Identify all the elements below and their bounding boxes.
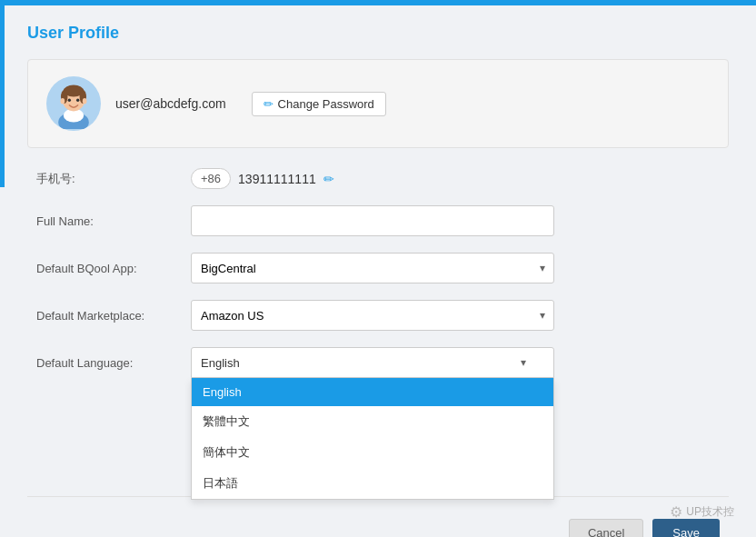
- profile-card: user@abcdefg.com ✏ Change Password: [27, 59, 729, 148]
- watermark-text: UP技术控: [686, 504, 734, 520]
- phone-row: 手机号: +86 13911111111 ✏: [36, 168, 720, 189]
- phone-edit-icon[interactable]: ✏: [323, 172, 334, 186]
- change-password-button[interactable]: ✏ Change Password: [252, 92, 386, 116]
- default-marketplace-row: Default Marketplace: Amazon US ▾: [36, 300, 720, 331]
- change-password-label: Change Password: [278, 97, 374, 111]
- watermark: ⚙ UP技术控: [670, 503, 734, 521]
- default-language-label: Default Language:: [36, 356, 191, 370]
- phone-field-group: +86 13911111111 ✏: [191, 168, 334, 189]
- default-marketplace-label: Default Marketplace:: [36, 309, 191, 323]
- default-app-label: Default BQool App:: [36, 262, 191, 275]
- full-name-input[interactable]: [191, 205, 554, 236]
- save-button[interactable]: Save: [652, 519, 720, 537]
- default-app-row: Default BQool App: BigCentral ▾: [36, 253, 720, 283]
- language-dropdown-list: English 繁體中文 簡体中文 日本語: [191, 378, 554, 500]
- default-app-select-wrapper: BigCentral ▾: [191, 253, 554, 283]
- language-option-traditional-chinese[interactable]: 繁體中文: [192, 406, 553, 437]
- phone-label: 手机号:: [36, 171, 191, 187]
- language-option-simplified-chinese[interactable]: 簡体中文: [192, 437, 553, 468]
- svg-point-9: [61, 98, 65, 104]
- phone-country-code: +86: [191, 168, 231, 189]
- phone-number: 13911111111: [238, 172, 316, 186]
- left-accent: [0, 5, 5, 187]
- default-marketplace-select[interactable]: Amazon US: [191, 300, 554, 331]
- default-app-select[interactable]: BigCentral: [191, 253, 554, 283]
- page-title: User Profile: [27, 24, 729, 43]
- language-option-japanese[interactable]: 日本語: [192, 468, 553, 499]
- form-actions: Cancel Save: [27, 519, 729, 537]
- pencil-icon: ✏: [264, 97, 274, 111]
- default-language-row: Default Language: English ▾ English 繁體中文…: [36, 347, 720, 378]
- svg-point-10: [83, 98, 87, 104]
- watermark-icon: ⚙: [670, 503, 682, 521]
- form-section: 手机号: +86 13911111111 ✏ Full Name: Defaul…: [27, 168, 729, 378]
- full-name-row: Full Name:: [36, 205, 720, 236]
- user-email: user@abcdefg.com: [115, 96, 226, 111]
- language-dropdown-trigger[interactable]: English ▾: [191, 347, 554, 378]
- svg-point-7: [68, 99, 71, 102]
- default-marketplace-select-wrapper: Amazon US ▾: [191, 300, 554, 331]
- svg-point-8: [76, 99, 79, 102]
- avatar: [46, 76, 101, 131]
- cancel-button[interactable]: Cancel: [569, 519, 643, 537]
- language-option-english[interactable]: English: [192, 378, 553, 406]
- full-name-label: Full Name:: [36, 214, 191, 228]
- language-chevron-icon: ▾: [521, 356, 526, 369]
- language-selected-value: English: [201, 356, 240, 370]
- language-dropdown-container: English ▾ English 繁體中文 簡体中文 日本語: [191, 347, 554, 378]
